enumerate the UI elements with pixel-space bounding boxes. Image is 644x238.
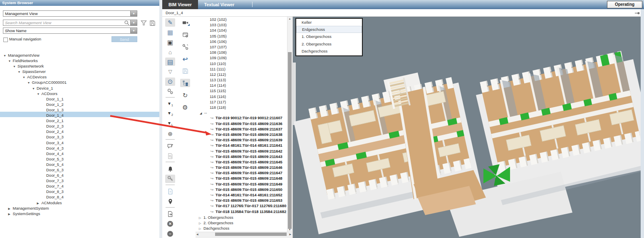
room-item[interactable]: 104 (104): [196, 28, 287, 33]
tree-item-acdoors[interactable]: ▼ACDoors: [0, 90, 159, 95]
collapse-arrow-icon[interactable]: ▼: [13, 64, 17, 69]
room-item[interactable]: 115 (115): [196, 88, 287, 93]
pen-tool-icon[interactable]: ✎: [165, 18, 175, 27]
chevron-down-icon[interactable]: ▼: [130, 11, 137, 16]
door-item[interactable]: ↪Tür-015 48609:Tür-015 48609:211650: [196, 187, 287, 193]
tree-item-door_3_3[interactable]: Door_3_3: [0, 133, 159, 139]
tree-item-door_3_4[interactable]: Door_3_4: [0, 139, 159, 145]
tree-item-door_8_3[interactable]: Door_8_3: [0, 188, 159, 193]
tree-item-sipassnetwork[interactable]: ▼SipassNetwork: [0, 63, 159, 68]
door-item[interactable]: ↪Tür-017 112765:Tür-017 112765:211680: [196, 203, 287, 209]
room-item[interactable]: 109 (109): [196, 55, 287, 60]
tree-item-door_2_1[interactable]: Door_2_1: [0, 117, 159, 123]
chevron-down-icon[interactable]: ▼: [130, 28, 137, 33]
door-item[interactable]: ↪Tür-015 48609:Tür-015 48609:211647: [196, 170, 287, 176]
export-icon[interactable]: [165, 210, 175, 218]
door-item[interactable]: ↪Tür-015 48609:Tür-015 48609:211653: [196, 198, 287, 203]
circle-x-icon[interactable]: ✕: [165, 220, 175, 228]
room-item[interactable]: 103 (103): [196, 22, 287, 28]
door-item[interactable]: ↪Tür-018 113584:Tür-018 113584:211682: [196, 209, 287, 215]
circle-select-icon[interactable]: ⊙: [165, 78, 175, 86]
floor-option-erdgeschoss[interactable]: Erdgeschoss: [296, 26, 362, 33]
door-item[interactable]: ↪Tür-015 48609:Tür-015 48609:211636: [196, 121, 287, 127]
door-item[interactable]: ↪Tür-015 48609:Tür-015 48609:211642: [196, 149, 287, 154]
room-item[interactable]: 106 (106): [196, 39, 287, 44]
room-item[interactable]: 111 (111): [196, 66, 287, 72]
operating-mode-button[interactable]: Operating: [607, 1, 642, 8]
tree-item-door_1_3[interactable]: Door_1_3: [0, 106, 159, 112]
tree-item-device_1[interactable]: ▼Device_1: [0, 85, 159, 90]
filter-1-icon[interactable]: ▼1: [165, 100, 175, 108]
tree-item-door_6_3[interactable]: Door_6_3: [0, 166, 159, 172]
document-view-icon[interactable]: ▤: [165, 58, 175, 66]
panel-settings-icon[interactable]: [180, 30, 190, 39]
hazard-icon[interactable]: ⊛: [165, 130, 175, 138]
view-cone-icon[interactable]: ▽: [165, 68, 175, 76]
floor-node[interactable]: ▷2. Obergeschoss: [196, 220, 287, 225]
search-box[interactable]: Search Management View ▼: [3, 20, 137, 26]
filter-icon[interactable]: [140, 20, 147, 26]
page-icon[interactable]: [165, 188, 175, 196]
scroll-down-icon[interactable]: ▼: [287, 228, 292, 231]
scroll-up-icon[interactable]: ▲: [287, 18, 292, 20]
bell-icon[interactable]: [165, 165, 175, 173]
floor-node[interactable]: ▷Dachgeschoss: [196, 225, 287, 231]
room-item[interactable]: 102 (102): [196, 17, 287, 22]
tree-item-door_2_3[interactable]: Door_2_3: [0, 123, 159, 128]
door-item[interactable]: ↪Tür-015 48609:Tür-015 48609:211639: [196, 138, 287, 143]
scroll-left-icon[interactable]: ◀: [196, 233, 198, 235]
save-icon[interactable]: [180, 67, 190, 75]
collapse-arrow-icon[interactable]: ▼: [32, 86, 37, 91]
room-item[interactable]: 108 (108): [196, 50, 287, 55]
filter-2-icon[interactable]: ▼2: [165, 110, 175, 118]
view-selector-dropdown[interactable]: Management View ▼: [3, 10, 137, 17]
room-item[interactable]: 118 (118): [196, 105, 287, 110]
home-icon[interactable]: ⌂: [165, 48, 175, 56]
tree-item-door_5_4[interactable]: Door_5_4: [0, 161, 159, 166]
tree-item-door_4_4[interactable]: Door_4_4: [0, 150, 159, 155]
door-item[interactable]: ↪Tür-015 48609:Tür-015 48609:211643: [196, 154, 287, 160]
scrollbar-thumb[interactable]: [288, 52, 292, 229]
link-objects-icon[interactable]: [165, 87, 175, 95]
expand-arrow-icon[interactable]: ▷: [199, 215, 203, 220]
expand-arrow-icon[interactable]: ▷: [199, 226, 203, 231]
tree-item-door_4_3[interactable]: Door_4_3: [0, 145, 159, 150]
floor-option-keller[interactable]: Keller: [296, 19, 362, 26]
camera-icon[interactable]: [180, 18, 190, 27]
scroll-right-icon[interactable]: ▶: [289, 233, 291, 235]
scrollbar-thumb[interactable]: [215, 233, 287, 236]
tab-textual-viewer[interactable]: Textual Viewer: [198, 0, 241, 9]
collapse-arrow-icon[interactable]: ▼: [27, 80, 32, 85]
comment-icon[interactable]: [165, 142, 175, 150]
collapse-arrow-icon[interactable]: ◢: [200, 110, 204, 116]
vertical-scrollbar[interactable]: ▲ ▼: [287, 17, 292, 232]
door-item[interactable]: ↪Tür-015 48609:Tür-015 48609:211637: [196, 127, 287, 132]
room-item[interactable]: 113 (113): [196, 77, 287, 83]
expand-arrow-icon[interactable]: ▶: [8, 211, 13, 217]
manual-navigation-checkbox[interactable]: [3, 38, 8, 42]
tree-item-door_8_4[interactable]: Door_8_4: [0, 193, 159, 199]
tree-item-door_1_4[interactable]: Door_1_4: [0, 112, 159, 117]
tree-item-door_1_2[interactable]: Door_1_2: [0, 101, 159, 106]
door-item[interactable]: ↪Tür-015 48609:Tür-015 48609:211638: [196, 132, 287, 138]
display-mode-dropdown[interactable]: Show Name ▼: [3, 28, 137, 34]
collapse-arrow-icon[interactable]: ▼: [18, 69, 22, 75]
refresh-icon[interactable]: ↻: [180, 91, 190, 99]
collapse-arrow-icon[interactable]: ▼: [22, 75, 27, 80]
collapse-arrow-icon[interactable]: ▼: [8, 58, 13, 64]
horizontal-scrollbar[interactable]: ◀ ▶: [196, 232, 292, 236]
undo-icon[interactable]: ↩: [180, 55, 190, 63]
tree-item-door_7_4[interactable]: Door_7_4: [0, 183, 159, 188]
door-item[interactable]: ↪Tür-019 90012:Tür-019 90012:211607: [196, 115, 287, 121]
search-input[interactable]: Search Management View: [5, 20, 51, 25]
door-item[interactable]: ↪Tür-015 48609:Tür-015 48609:211646: [196, 165, 287, 170]
circle-minus-icon[interactable]: −: [165, 230, 175, 238]
tree-item-systemsettings[interactable]: ▶SystemSettings: [0, 210, 159, 215]
floor-option-2-obergeschoss[interactable]: 2. Obergeschoss: [296, 40, 362, 48]
tree-item-fieldnetworks[interactable]: ▼FieldNetworks: [0, 57, 159, 63]
chevron-down-icon[interactable]: ▼: [130, 20, 137, 25]
tree-item-sipassserver[interactable]: ▼SipassServer: [0, 68, 159, 73]
tree-item-door_6_4[interactable]: Door_6_4: [0, 172, 159, 177]
tree-item-door_7_3[interactable]: Door_7_3: [0, 177, 159, 183]
send-button[interactable]: Send: [111, 36, 137, 42]
